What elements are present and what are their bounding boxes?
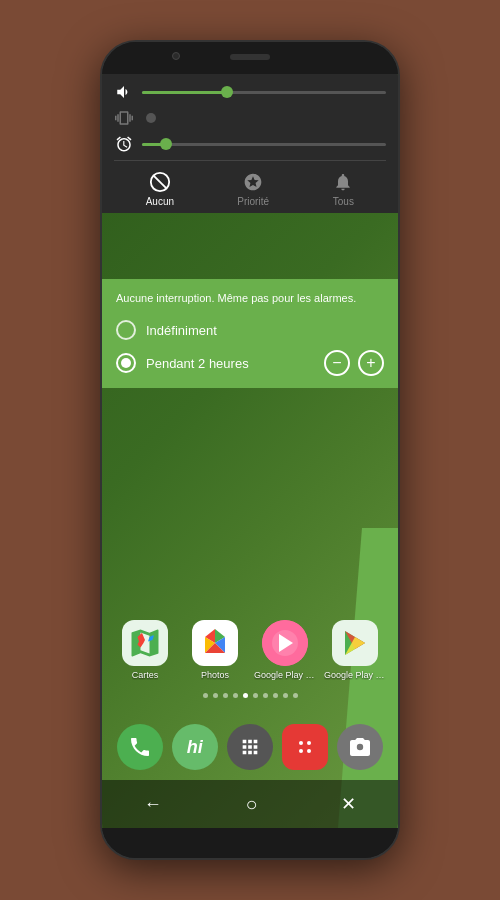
option-2heures-row: Pendant 2 heures − + (116, 350, 384, 376)
dock-messaging[interactable]: hi (172, 724, 218, 770)
alarm-volume-slider[interactable] (142, 143, 386, 146)
apps-row: Cartes Photos (102, 620, 398, 680)
vibrate-row (114, 108, 386, 128)
alarm-volume-row (114, 134, 386, 154)
tab-priorite[interactable]: Priorité (229, 169, 277, 209)
recent-button[interactable]: ✕ (325, 785, 372, 823)
play-music-label: Google Play M... (254, 670, 316, 680)
media-volume-row (114, 82, 386, 102)
cartes-icon (122, 620, 168, 666)
nav-bar: ← ○ ✕ (102, 780, 398, 828)
duration-controls: − + (324, 350, 384, 376)
home-button[interactable]: ○ (229, 785, 273, 824)
priorite-icon (242, 171, 264, 193)
tous-icon (332, 171, 354, 193)
play-music-icon (262, 620, 308, 666)
tous-label: Tous (333, 196, 354, 207)
svg-point-10 (307, 749, 311, 753)
decrease-button[interactable]: − (324, 350, 350, 376)
play-store-label: Google Play St... (324, 670, 386, 680)
dot-8 (283, 693, 288, 698)
vibrate-dot (146, 113, 156, 123)
front-camera (172, 52, 180, 60)
app-play-music[interactable]: Google Play M... (254, 620, 316, 680)
priorite-label: Priorité (237, 196, 269, 207)
photos-icon (192, 620, 238, 666)
deux-heures-label: Pendant 2 heures (146, 356, 249, 371)
page-dots (102, 693, 398, 698)
indefiniment-label: Indéfiniment (146, 323, 217, 338)
notification-panel: Aucun Priorité Tou (102, 74, 398, 213)
play-store-icon (332, 620, 378, 666)
svg-point-9 (299, 749, 303, 753)
radio-2heures[interactable] (116, 353, 136, 373)
dot-0 (203, 693, 208, 698)
svg-point-7 (299, 741, 303, 745)
svg-point-8 (307, 741, 311, 745)
dot-5 (253, 693, 258, 698)
dot-1 (213, 693, 218, 698)
app-cartes[interactable]: Cartes (114, 620, 176, 680)
speaker (230, 54, 270, 60)
radio-2heures-left: Pendant 2 heures (116, 353, 324, 373)
svg-line-1 (153, 176, 166, 189)
interrupt-tabs: Aucun Priorité Tou (114, 160, 386, 213)
panel-description: Aucune interruption. Même pas pour les a… (116, 291, 384, 306)
dock-social[interactable] (282, 724, 328, 770)
back-button[interactable]: ← (128, 786, 178, 823)
app-photos[interactable]: Photos (184, 620, 246, 680)
dock-launcher[interactable] (227, 724, 273, 770)
alarm-icon (114, 134, 134, 154)
dock-phone[interactable] (117, 724, 163, 770)
dot-7 (273, 693, 278, 698)
tab-tous[interactable]: Tous (324, 169, 362, 209)
radio-indefiniment[interactable] (116, 320, 136, 340)
increase-button[interactable]: + (358, 350, 384, 376)
media-volume-icon (114, 82, 134, 102)
tab-aucun[interactable]: Aucun (138, 169, 182, 209)
dot-3 (233, 693, 238, 698)
dot-9 (293, 693, 298, 698)
photos-label: Photos (201, 670, 229, 680)
phone-top-bar (102, 42, 398, 74)
dot-6 (263, 693, 268, 698)
dot-4 (243, 693, 248, 698)
vibrate-icon (114, 108, 134, 128)
phone-screen: 8 (102, 74, 398, 828)
dock: hi (102, 724, 398, 770)
option-indefiniment[interactable]: Indéfiniment (116, 320, 384, 340)
green-panel: Aucune interruption. Même pas pour les a… (102, 279, 398, 388)
aucun-icon (149, 171, 171, 193)
dot-2 (223, 693, 228, 698)
phone-bottom-bar (102, 828, 398, 858)
app-play-store[interactable]: Google Play St... (324, 620, 386, 680)
aucun-label: Aucun (146, 196, 174, 207)
media-volume-slider[interactable] (142, 91, 386, 94)
dock-camera[interactable] (337, 724, 383, 770)
cartes-label: Cartes (132, 670, 159, 680)
phone-shell: 8 (100, 40, 400, 860)
